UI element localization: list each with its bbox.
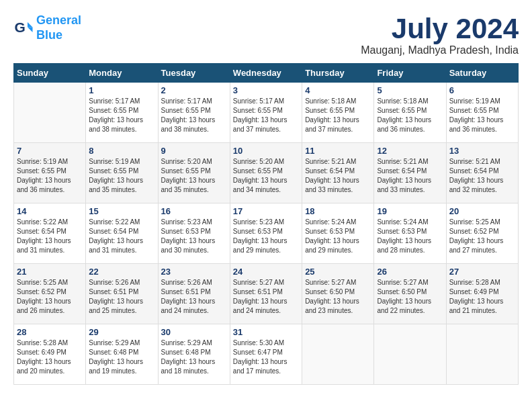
calendar-cell: 3Sunrise: 5:17 AM Sunset: 6:55 PM Daylig… [230,83,302,143]
calendar-cell: 14Sunrise: 5:22 AM Sunset: 6:54 PM Dayli… [14,203,86,264]
calendar-cell [14,83,86,143]
day-info: Sunrise: 5:21 AM Sunset: 6:54 PM Dayligh… [305,157,371,195]
logo-text: General Blue [36,13,81,42]
day-info: Sunrise: 5:22 AM Sunset: 6:54 PM Dayligh… [17,218,83,255]
logo-blue: Blue [36,28,62,42]
day-number: 31 [233,327,299,337]
calendar-cell: 21Sunrise: 5:25 AM Sunset: 6:52 PM Dayli… [14,264,86,324]
day-number: 30 [161,327,227,337]
calendar-cell: 27Sunrise: 5:28 AM Sunset: 6:49 PM Dayli… [446,264,518,324]
day-info: Sunrise: 5:24 AM Sunset: 6:53 PM Dayligh… [377,218,443,255]
week-row-4: 21Sunrise: 5:25 AM Sunset: 6:52 PM Dayli… [14,264,519,324]
day-number: 19 [377,206,443,216]
day-info: Sunrise: 5:23 AM Sunset: 6:53 PM Dayligh… [233,218,299,255]
day-info: Sunrise: 5:28 AM Sunset: 6:49 PM Dayligh… [17,338,83,376]
day-number: 15 [89,206,154,216]
title-area: July 2024 Mauganj, Madhya Pradesh, India [361,13,519,56]
day-info: Sunrise: 5:18 AM Sunset: 6:55 PM Dayligh… [377,97,443,134]
calendar-cell: 8Sunrise: 5:19 AM Sunset: 6:55 PM Daylig… [86,143,158,203]
day-info: Sunrise: 5:29 AM Sunset: 6:48 PM Dayligh… [89,338,154,376]
day-number: 14 [17,206,83,216]
day-number: 8 [89,146,154,156]
calendar-cell: 1Sunrise: 5:17 AM Sunset: 6:55 PM Daylig… [86,83,158,143]
calendar-cell: 7Sunrise: 5:19 AM Sunset: 6:55 PM Daylig… [14,143,86,203]
day-info: Sunrise: 5:18 AM Sunset: 6:55 PM Dayligh… [305,97,371,134]
day-info: Sunrise: 5:17 AM Sunset: 6:55 PM Dayligh… [233,97,299,134]
day-number: 27 [449,267,515,277]
logo-icon: G [13,18,34,38]
day-info: Sunrise: 5:25 AM Sunset: 6:52 PM Dayligh… [449,218,515,255]
day-info: Sunrise: 5:27 AM Sunset: 6:50 PM Dayligh… [377,278,443,316]
calendar-cell: 23Sunrise: 5:26 AM Sunset: 6:51 PM Dayli… [158,264,230,324]
weekday-header-friday: Friday [374,64,446,83]
calendar-cell: 22Sunrise: 5:26 AM Sunset: 6:51 PM Dayli… [86,264,158,324]
day-info: Sunrise: 5:30 AM Sunset: 6:47 PM Dayligh… [233,338,299,376]
day-info: Sunrise: 5:26 AM Sunset: 6:51 PM Dayligh… [89,278,154,316]
day-number: 2 [161,85,227,95]
weekday-header-row: SundayMondayTuesdayWednesdayThursdayFrid… [14,64,519,83]
day-info: Sunrise: 5:26 AM Sunset: 6:51 PM Dayligh… [161,278,227,316]
day-info: Sunrise: 5:19 AM Sunset: 6:55 PM Dayligh… [89,157,154,195]
calendar-table: SundayMondayTuesdayWednesdayThursdayFrid… [13,63,519,385]
calendar-cell: 24Sunrise: 5:27 AM Sunset: 6:51 PM Dayli… [230,264,302,324]
week-row-1: 1Sunrise: 5:17 AM Sunset: 6:55 PM Daylig… [14,83,519,143]
calendar-cell: 10Sunrise: 5:20 AM Sunset: 6:55 PM Dayli… [230,143,302,203]
day-number: 28 [17,327,83,337]
calendar-cell: 9Sunrise: 5:20 AM Sunset: 6:55 PM Daylig… [158,143,230,203]
calendar-cell: 19Sunrise: 5:24 AM Sunset: 6:53 PM Dayli… [374,203,446,264]
calendar-cell: 16Sunrise: 5:23 AM Sunset: 6:53 PM Dayli… [158,203,230,264]
logo: G General Blue [13,13,81,42]
weekday-header-monday: Monday [86,64,158,83]
day-info: Sunrise: 5:27 AM Sunset: 6:50 PM Dayligh… [305,278,371,316]
day-number: 17 [233,206,299,216]
week-row-2: 7Sunrise: 5:19 AM Sunset: 6:55 PM Daylig… [14,143,519,203]
calendar-cell: 5Sunrise: 5:18 AM Sunset: 6:55 PM Daylig… [374,83,446,143]
day-number: 29 [89,327,154,337]
day-number: 5 [377,85,443,95]
day-number: 10 [233,146,299,156]
day-number: 26 [377,267,443,277]
day-info: Sunrise: 5:21 AM Sunset: 6:54 PM Dayligh… [377,157,443,195]
calendar-cell: 2Sunrise: 5:17 AM Sunset: 6:55 PM Daylig… [158,83,230,143]
calendar-cell: 6Sunrise: 5:19 AM Sunset: 6:55 PM Daylig… [446,83,518,143]
day-number: 16 [161,206,227,216]
week-row-5: 28Sunrise: 5:28 AM Sunset: 6:49 PM Dayli… [14,324,519,385]
day-number: 18 [305,206,371,216]
day-number: 1 [89,85,154,95]
calendar-cell: 30Sunrise: 5:29 AM Sunset: 6:48 PM Dayli… [158,324,230,385]
calendar-cell: 13Sunrise: 5:21 AM Sunset: 6:54 PM Dayli… [446,143,518,203]
calendar-cell: 29Sunrise: 5:29 AM Sunset: 6:48 PM Dayli… [86,324,158,385]
day-number: 6 [449,85,515,95]
weekday-header-tuesday: Tuesday [158,64,230,83]
day-info: Sunrise: 5:24 AM Sunset: 6:53 PM Dayligh… [305,218,371,255]
calendar-cell: 15Sunrise: 5:22 AM Sunset: 6:54 PM Dayli… [86,203,158,264]
calendar-cell [446,324,518,385]
month-title: July 2024 [361,13,519,44]
weekday-header-saturday: Saturday [446,64,518,83]
day-info: Sunrise: 5:29 AM Sunset: 6:48 PM Dayligh… [161,338,227,376]
svg-text:G: G [15,19,26,35]
calendar-cell: 25Sunrise: 5:27 AM Sunset: 6:50 PM Dayli… [302,264,374,324]
location-subtitle: Mauganj, Madhya Pradesh, India [361,44,519,56]
day-info: Sunrise: 5:20 AM Sunset: 6:55 PM Dayligh… [161,157,227,195]
calendar-cell: 11Sunrise: 5:21 AM Sunset: 6:54 PM Dayli… [302,143,374,203]
day-number: 11 [305,146,371,156]
day-info: Sunrise: 5:17 AM Sunset: 6:55 PM Dayligh… [161,97,227,134]
day-number: 23 [161,267,227,277]
day-info: Sunrise: 5:25 AM Sunset: 6:52 PM Dayligh… [17,278,83,316]
day-number: 4 [305,85,371,95]
calendar-cell: 4Sunrise: 5:18 AM Sunset: 6:55 PM Daylig… [302,83,374,143]
day-number: 13 [449,146,515,156]
weekday-header-sunday: Sunday [14,64,86,83]
day-info: Sunrise: 5:21 AM Sunset: 6:54 PM Dayligh… [449,157,515,195]
page-header: G General Blue July 2024 Mauganj, Madhya… [13,13,519,56]
calendar-cell: 12Sunrise: 5:21 AM Sunset: 6:54 PM Dayli… [374,143,446,203]
week-row-3: 14Sunrise: 5:22 AM Sunset: 6:54 PM Dayli… [14,203,519,264]
calendar-cell: 20Sunrise: 5:25 AM Sunset: 6:52 PM Dayli… [446,203,518,264]
calendar-cell: 28Sunrise: 5:28 AM Sunset: 6:49 PM Dayli… [14,324,86,385]
day-info: Sunrise: 5:23 AM Sunset: 6:53 PM Dayligh… [161,218,227,255]
calendar-cell [374,324,446,385]
calendar-cell: 18Sunrise: 5:24 AM Sunset: 6:53 PM Dayli… [302,203,374,264]
day-info: Sunrise: 5:20 AM Sunset: 6:55 PM Dayligh… [233,157,299,195]
logo-general: General [36,13,81,27]
